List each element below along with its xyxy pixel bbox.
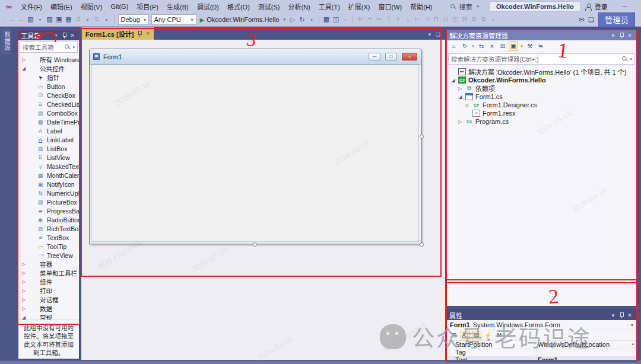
toolbox-item[interactable]: ▷ 容器 [18,260,79,269]
tree-node[interactable]: ▷ Program.cs [447,117,636,126]
toolbox-item[interactable]: ▦ DateTimePicker [18,117,79,126]
menu-item[interactable]: 工具(T) [315,1,344,12]
toolbox-item[interactable]: A LinkLabel [18,135,79,144]
property-row[interactable]: StartPosition WindowsDefaultLocation [447,341,636,349]
expander-icon[interactable]: ▷ [22,297,27,302]
menu-item[interactable]: 格式(O) [223,1,254,12]
toolbox-item[interactable]: ☑ CheckBox [18,91,79,100]
toolbox-item[interactable]: ▷ 对话框 [18,295,79,304]
pin-icon[interactable] [137,30,142,37]
menu-item[interactable]: 测试(S) [254,1,284,12]
solution-explorer-tool-icon[interactable]: ▣ [509,41,518,51]
format-toolbar-icon[interactable]: ⧉ [469,14,479,25]
configuration-combo[interactable]: Debug▾ [118,14,149,25]
administrator-badge-button[interactable]: 管理员 [598,12,635,27]
expander-icon[interactable]: ▷ [22,306,27,311]
format-toolbar-icon[interactable]: ⊟ [460,14,469,25]
toolbox-item[interactable]: ▰ ProgressBar [18,206,79,215]
form-maximize-button[interactable]: □ [385,53,397,60]
toolbox-item[interactable]: ▷ 所有 Windows 窗体 [18,55,79,64]
toolbox-item[interactable]: ▤ ComboBox [18,108,79,117]
toolbox-item[interactable]: ⋮≡ TreeView [18,251,79,260]
tree-node[interactable]: Form1.resx [447,109,636,117]
solution-explorer-tool-icon[interactable]: ▾ [519,41,524,51]
close-icon[interactable]: × [146,30,150,37]
toolbar-icon[interactable]: ◫ [331,14,341,25]
format-toolbar-icon[interactable]: ⊥ [403,14,412,25]
properties-header[interactable]: 属性 ▾ ✕ [447,310,636,320]
form-minimize-button[interactable]: ─ [369,53,380,60]
properties-tool-icon[interactable]: ⚡ [483,331,493,340]
menu-item[interactable]: 视图(V) [77,1,107,12]
feedback-icon[interactable]: ❏ [586,14,596,25]
solution-explorer-header[interactable]: 解决方案资源管理器 ▾ ✕ [447,30,636,40]
expander-icon[interactable]: ▷ [458,86,463,91]
designer-form-titlebar[interactable]: Form1 ─ □ × [90,49,421,65]
toolbox-item[interactable]: ⠿ ListView [18,153,79,162]
format-toolbar-icon[interactable]: ⊦ [394,14,403,25]
tree-node[interactable]: ◢ Okcoder.WinForms.Hello [447,76,636,84]
toolbox-item[interactable]: ▷ 打印 [18,286,79,295]
toolbox-item[interactable]: (.) MaskedTextBox [18,162,79,171]
toolbar-icon[interactable]: ▧ [26,14,36,25]
toolbox-item[interactable]: ➤ 指针 [18,73,79,82]
solution-search-input[interactable]: 搜索解决方案资源管理器(Ctrl+;) ▾ [448,53,635,65]
window-position-icon[interactable]: ▾ [609,312,617,318]
minimize-button[interactable]: ─ [615,1,635,12]
toolbar-icon[interactable]: ← [7,14,17,24]
toolbox-item[interactable]: ▭ ToolTip [18,242,79,251]
toolbox-item[interactable]: ▷ 数据 [18,304,79,313]
designer-canvas[interactable]: Form1 ─ □ × [81,40,445,360]
toolbar-icon[interactable]: ₌ [341,15,350,25]
toolbar-icon[interactable]: ▩ [322,14,331,25]
menu-item[interactable]: 分析(N) [284,1,315,12]
resize-handle-corner[interactable] [420,242,424,247]
expander-icon[interactable]: ▷ [22,279,27,285]
menu-item[interactable]: Git(G) [106,2,132,11]
properties-tool-icon[interactable]: ⊞ [449,331,459,340]
toolbox-item[interactable]: ▷ 组件 [18,277,79,286]
toolbar-icon[interactable]: ▣ [55,14,64,25]
solution-explorer-tool-icon[interactable]: ⊞ [498,41,507,51]
toolbox-item[interactable]: ▥ RichTextBox [18,224,79,233]
solution-explorer-tool-icon[interactable]: ≒ [536,41,545,51]
toolbar-icon[interactable]: ↺ [74,14,83,25]
solution-explorer-tool-icon[interactable]: ⇆ [477,41,486,51]
sign-in-button[interactable]: 登录 [580,1,613,12]
menu-item[interactable]: 文件(F) [17,1,46,12]
toolbar-icon[interactable]: ▾ [102,15,112,25]
properties-object-selector[interactable]: Form1 System.Windows.Forms.Form ▾ [447,320,636,330]
toolbox-item[interactable]: ▨ PictureBox [18,197,79,206]
toolbox-item[interactable]: ◢ 公共控件 [18,64,79,73]
format-toolbar-icon[interactable]: ≑ [365,14,375,25]
toolbox-header[interactable]: 工具箱 ▾ ✕ [18,30,79,40]
designer-form[interactable]: Form1 ─ □ × [89,49,421,244]
expander-icon[interactable]: ▷ [22,57,27,62]
close-icon[interactable]: ✕ [626,312,634,318]
start-debug-button[interactable]: ▶ Okcoder.WinForms.Hello ▾ [198,14,288,25]
pin-icon[interactable] [617,312,626,318]
expander-icon[interactable]: ▷ [22,270,27,276]
toolbar-icon[interactable]: ▾ [83,15,93,25]
tab-list-chevron-icon[interactable]: ▾ [428,31,431,37]
toolbox-item[interactable]: ▭ Button [18,82,79,91]
quick-search[interactable]: 搜索 ▾ [445,1,484,12]
feedback-icon[interactable]: ✉ [577,14,586,25]
properties-tool-icon[interactable]: ▤ [472,331,481,340]
format-toolbar-icon[interactable]: ◫ [450,14,460,25]
data-sources-vertical-tab[interactable]: 数据源 [1,28,11,55]
menu-item[interactable]: 窗口(W) [375,1,407,12]
toolbar-icon[interactable]: ▾ [36,15,45,25]
expander-icon[interactable]: ◢ [22,66,27,71]
expander-icon[interactable]: ▷ [465,103,470,108]
solution-explorer-tool-icon[interactable]: ↻ [460,41,469,51]
hot-reload-icon[interactable]: ↻ [297,14,307,25]
expander-icon[interactable]: ▷ [458,119,463,124]
solution-explorer-tool-icon[interactable]: ▾ [471,41,475,51]
format-toolbar-icon[interactable]: ⊤ [384,14,394,25]
expander-icon[interactable]: ◢ [450,78,456,83]
toolbox-item[interactable]: ◉ RadioButton [18,215,79,224]
chevron-down-icon[interactable]: ▾ [307,14,316,25]
start-without-debug-icon[interactable]: ▷ [288,14,297,25]
toolbox-item[interactable]: A Label [18,126,79,135]
